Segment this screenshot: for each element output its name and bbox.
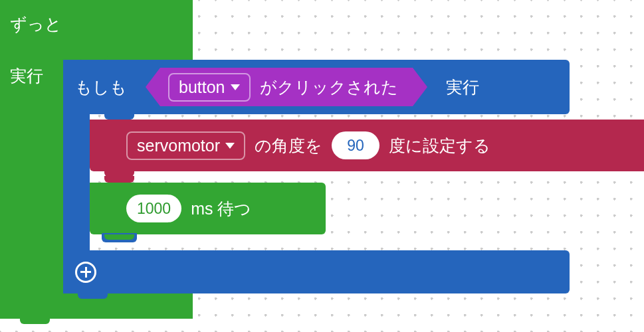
forever-block-side[interactable]: 実行 bbox=[0, 60, 63, 293]
forever-block-header[interactable]: ずっと bbox=[0, 0, 193, 60]
wait-text: ms 待つ bbox=[191, 198, 251, 220]
servo-text-2: 度に設定する bbox=[389, 135, 490, 157]
forever-block[interactable]: ずっと 実行 bbox=[0, 0, 193, 60]
add-branch-icon[interactable] bbox=[75, 262, 96, 283]
forever-execute-label: 実行 bbox=[10, 66, 43, 85]
servo-text-1: の角度を bbox=[255, 135, 322, 157]
if-label: もしも bbox=[75, 76, 127, 98]
servomotor-dropdown[interactable]: servomotor bbox=[126, 131, 245, 160]
wait-ms-input[interactable]: 1000 bbox=[126, 195, 181, 222]
condition-suffix-label: がクリックされた bbox=[260, 76, 398, 98]
wait-block[interactable]: 1000 ms 待つ bbox=[90, 183, 326, 234]
forever-label: ずっと bbox=[10, 13, 183, 35]
dropdown-arrow-icon bbox=[225, 143, 235, 149]
if-execute-label: 実行 bbox=[446, 76, 479, 98]
if-block[interactable]: もしも button がクリックされた 実行 servomotor の角度を 9… bbox=[63, 60, 570, 114]
servo-angle-value: 90 bbox=[347, 137, 364, 155]
block-workspace[interactable]: ずっと 実行 もしも button がクリックされた 実行 servomotor bbox=[0, 0, 193, 60]
dropdown-arrow-icon bbox=[231, 84, 240, 90]
if-block-header[interactable]: もしも button がクリックされた 実行 bbox=[63, 60, 570, 114]
servo-set-angle-block[interactable]: servomotor の角度を 90 度に設定する bbox=[90, 120, 644, 171]
if-block-side[interactable] bbox=[63, 114, 90, 250]
button-dropdown-label: button bbox=[179, 78, 225, 97]
wait-ms-value: 1000 bbox=[137, 200, 171, 218]
wait-notch bbox=[102, 233, 137, 242]
if-block-footer[interactable] bbox=[63, 250, 570, 293]
servomotor-dropdown-label: servomotor bbox=[137, 136, 220, 155]
servo-angle-input[interactable]: 90 bbox=[332, 131, 379, 159]
condition-block[interactable]: button がクリックされた bbox=[160, 68, 413, 106]
button-dropdown[interactable]: button bbox=[168, 73, 251, 102]
